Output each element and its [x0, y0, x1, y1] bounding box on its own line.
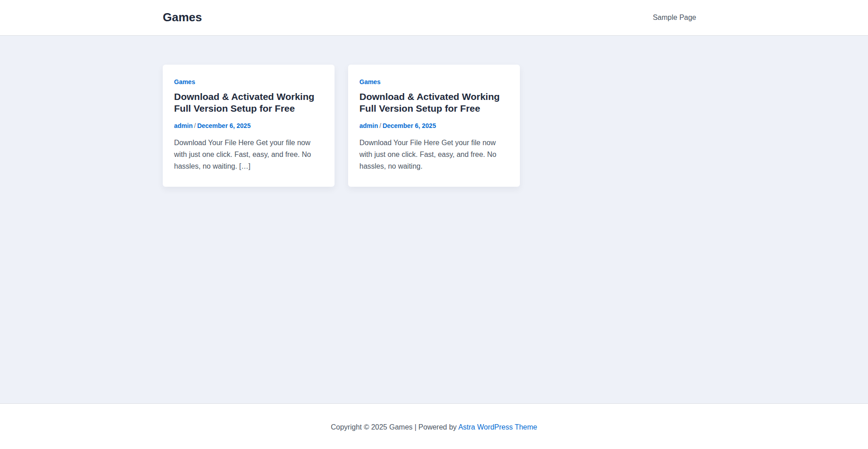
content-container: Games Download & Activated Working Full … — [154, 65, 714, 187]
post-card: Games Download & Activated Working Full … — [348, 65, 520, 187]
post-meta: admin/December 6, 2025 — [359, 122, 509, 130]
post-title: Download & Activated Working Full Versio… — [174, 91, 323, 115]
post-excerpt: Download Your File Here Get your file no… — [174, 137, 323, 172]
post-author-link[interactable]: admin — [359, 122, 378, 129]
primary-nav: Sample Page — [653, 13, 705, 22]
post-date-link[interactable]: December 6, 2025 — [197, 122, 250, 129]
meta-separator: / — [194, 122, 196, 129]
nav-item-sample-page[interactable]: Sample Page — [653, 13, 696, 22]
meta-separator: / — [379, 122, 381, 129]
post-category-link[interactable]: Games — [174, 78, 195, 86]
post-excerpt: Download Your File Here Get your file no… — [359, 137, 509, 172]
site-footer: Copyright © 2025 Games | Powered by Astr… — [0, 403, 868, 449]
site-content: Games Download & Activated Working Full … — [0, 36, 868, 403]
site-header: Games Sample Page — [0, 0, 868, 36]
posts-grid: Games Download & Activated Working Full … — [163, 65, 705, 187]
footer-copyright-line: Copyright © 2025 Games | Powered by Astr… — [0, 404, 868, 449]
post-title: Download & Activated Working Full Versio… — [359, 91, 509, 115]
post-title-link[interactable]: Download & Activated Working Full Versio… — [174, 91, 314, 113]
footer-copyright: Copyright © 2025 Games | Powered by — [331, 423, 458, 431]
header-inner: Games Sample Page — [154, 0, 714, 35]
post-author-link[interactable]: admin — [174, 122, 193, 129]
post-title-link[interactable]: Download & Activated Working Full Versio… — [359, 91, 500, 113]
site-title-link[interactable]: Games — [163, 10, 202, 24]
post-category-link[interactable]: Games — [359, 78, 381, 86]
post-card: Games Download & Activated Working Full … — [163, 65, 335, 187]
astra-theme-link[interactable]: Astra WordPress Theme — [458, 423, 538, 431]
post-date-link[interactable]: December 6, 2025 — [382, 122, 436, 129]
post-meta: admin/December 6, 2025 — [174, 122, 323, 130]
